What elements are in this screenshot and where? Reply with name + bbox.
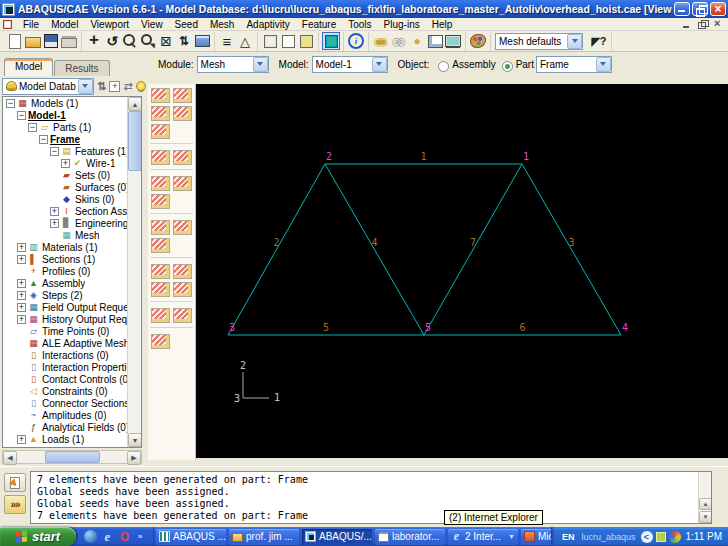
tree-vertical-scrollbar[interactable]: ▲ ▼: [127, 97, 141, 447]
assign-mesh-controls-icon[interactable]: [151, 150, 170, 165]
scroll-up-icon[interactable]: ▲: [699, 498, 712, 510]
tree-item-time-points-0[interactable]: ▱Time Points (0): [3, 325, 127, 337]
view-options-icon[interactable]: [193, 32, 211, 50]
mesh-tools-icon[interactable]: [151, 334, 170, 349]
tree-item-wire-1[interactable]: +✔Wire-1: [3, 157, 127, 169]
tree-plus-expander[interactable]: +: [50, 219, 59, 228]
rotate-view-icon[interactable]: [103, 32, 121, 50]
tree-item-model-1[interactable]: −Model-1: [3, 109, 127, 121]
menu-model[interactable]: Model: [45, 18, 84, 31]
renumber-mesh-icon[interactable]: [173, 282, 192, 297]
internet-explorer-icon[interactable]: e: [101, 530, 114, 543]
child-restore-button[interactable]: [696, 19, 709, 30]
tree-plus-expander[interactable]: +: [17, 255, 26, 264]
query-info-icon[interactable]: [347, 32, 365, 50]
tree-plus-expander[interactable]: +: [17, 315, 26, 324]
group-dropdown-icon[interactable]: ▼: [508, 533, 515, 540]
scroll-right-icon[interactable]: ▶: [127, 451, 141, 465]
menu-view[interactable]: View: [135, 18, 169, 31]
highlight-region-icon[interactable]: [173, 220, 192, 235]
model-combo[interactable]: Model-1: [312, 56, 388, 73]
task-button-prof-jim[interactable]: prof. jim ...: [229, 529, 299, 545]
tree-plus-expander[interactable]: +: [61, 159, 70, 168]
tree-plus-expander[interactable]: +: [17, 435, 26, 444]
tree-item-materials-1[interactable]: +▥Materials (1): [3, 241, 127, 253]
tree-plus-expander[interactable]: +: [17, 291, 26, 300]
tree-minus-expander[interactable]: −: [17, 111, 26, 120]
seed-edge-biased-icon[interactable]: [151, 106, 170, 121]
command-line-button[interactable]: »»: [4, 495, 26, 514]
combo-dropdown-icon[interactable]: [372, 57, 387, 72]
tree-item-surfaces-0[interactable]: ▰Surfaces (0): [3, 181, 127, 193]
menu-feature[interactable]: Feature: [296, 18, 342, 31]
menu-viewport[interactable]: Viewport: [84, 18, 135, 31]
collapse-edge-icon[interactable]: [173, 308, 192, 323]
tree-minus-expander[interactable]: −: [6, 99, 15, 108]
combo-dropdown-icon[interactable]: [596, 57, 611, 72]
scroll-down-icon[interactable]: ▼: [699, 511, 712, 523]
save-file-icon[interactable]: [42, 32, 60, 50]
task-button-abaqus[interactable]: ABAQUS ...: [156, 529, 226, 545]
minimize-button[interactable]: [674, 2, 690, 16]
edit-node-icon[interactable]: [173, 264, 192, 279]
messenger-icon[interactable]: [84, 530, 97, 543]
create-datum-icon[interactable]: [151, 264, 170, 279]
combo-dropdown-icon[interactable]: [253, 57, 268, 72]
tree-plus-expander[interactable]: +: [17, 279, 26, 288]
tray-app-icon[interactable]: [656, 532, 666, 542]
radio-part[interactable]: [502, 61, 513, 72]
display-monitor-icon[interactable]: [444, 32, 462, 50]
language-indicator[interactable]: EN: [559, 531, 578, 543]
tree-item-sets-0[interactable]: ▰Sets (0): [3, 169, 127, 181]
tree-item-frame[interactable]: −Frame: [3, 133, 127, 145]
beam-profiles-icon[interactable]: [218, 32, 236, 50]
tree-item-sections-1[interactable]: +▌Sections (1): [3, 253, 127, 265]
tree-item-ale-adaptive-mesh-co[interactable]: ▦ALE Adaptive Mesh Co: [3, 337, 127, 349]
render-shaded-stack-icon[interactable]: [236, 32, 254, 50]
tree-item-features-1[interactable]: −▤Features (1): [3, 145, 127, 157]
color-palette-icon[interactable]: [469, 32, 487, 50]
opera-icon[interactable]: O: [118, 530, 131, 543]
tray-browser-icon[interactable]: [669, 531, 681, 543]
radio-assembly[interactable]: [438, 61, 449, 72]
seed-edge-by-number-icon[interactable]: [173, 106, 192, 121]
open-file-icon[interactable]: [24, 32, 42, 50]
tree-item-field-output-requests[interactable]: +▦Field Output Requests: [3, 301, 127, 313]
combo-dropdown-icon[interactable]: [567, 34, 582, 49]
tree-item-section-assignm[interactable]: +ΙSection Assignm: [3, 205, 127, 217]
mesh-part-icon[interactable]: [151, 176, 170, 191]
tree-item-parts-1[interactable]: −▱Parts (1): [3, 121, 127, 133]
fill-mesh-render-icon[interactable]: [322, 32, 340, 50]
zoom-select-icon[interactable]: [139, 32, 157, 50]
tree-minus-expander[interactable]: −: [28, 123, 37, 132]
menu-file[interactable]: File: [17, 18, 45, 31]
tree-horizontal-scrollbar[interactable]: ◀ ▶: [2, 450, 142, 464]
seed-part-icon[interactable]: [151, 88, 170, 103]
tree-plus-expander[interactable]: +: [17, 303, 26, 312]
menu-adaptivity[interactable]: Adaptivity: [240, 18, 295, 31]
viewport-canvas[interactable]: 123456712345213: [196, 84, 728, 458]
menu-help[interactable]: Help: [426, 18, 459, 31]
message-area-button[interactable]: [4, 473, 26, 492]
scroll-down-icon[interactable]: ▼: [128, 433, 142, 447]
tree-item-steps-2[interactable]: +◈Steps (2): [3, 289, 127, 301]
tree-plus-expander[interactable]: +: [50, 207, 59, 216]
start-button[interactable]: start: [0, 527, 76, 546]
tree-item-interactions-0[interactable]: ▯Interactions (0): [3, 349, 127, 361]
task-button-2-inter[interactable]: e2 Inter...▼: [448, 529, 518, 545]
tree-item-loads-1[interactable]: +▲Loads (1): [3, 433, 127, 445]
single-plot-icon[interactable]: [408, 32, 426, 50]
combo-dropdown-icon[interactable]: [78, 79, 93, 94]
query-mesh-icon[interactable]: [151, 220, 170, 235]
wireframe-render-icon[interactable]: [261, 32, 279, 50]
fit-view-icon[interactable]: [157, 32, 175, 50]
expand-container-icon[interactable]: [109, 78, 120, 94]
tree-item-models-1[interactable]: −▦Models (1): [3, 97, 127, 109]
message-scrollbar[interactable]: ▲ ▼: [698, 472, 711, 523]
menu-plugins[interactable]: Plug-ins: [378, 18, 426, 31]
tab-model[interactable]: Model: [4, 58, 53, 76]
print-icon[interactable]: [60, 32, 78, 50]
tree-database-combo[interactable]: Model Datab: [2, 78, 94, 95]
tree-item-mesh[interactable]: ▦Mesh: [3, 229, 127, 241]
tree-item-skins-0[interactable]: ◆Skins (0): [3, 193, 127, 205]
